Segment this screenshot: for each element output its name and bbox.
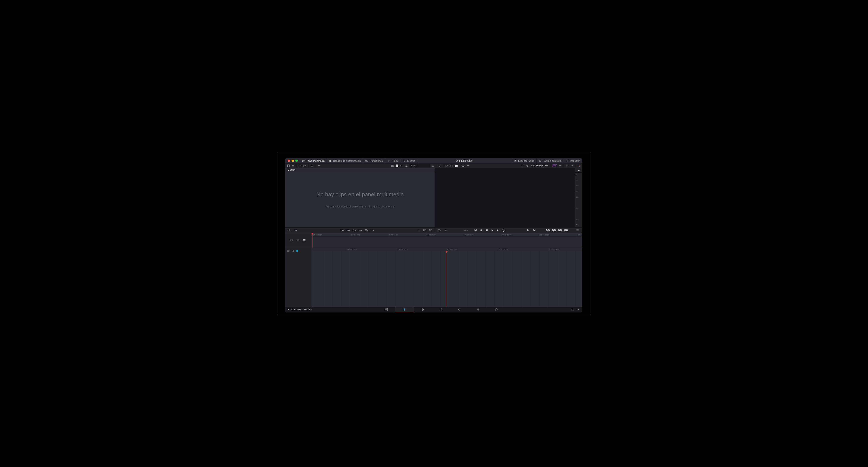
viewer-canvas[interactable]: [435, 168, 575, 227]
page-tab-fairlight[interactable]: [469, 307, 487, 312]
fit-to-fill-icon[interactable]: [358, 228, 363, 232]
window-zoom-button[interactable]: [296, 160, 298, 162]
svg-point-57: [446, 230, 446, 230]
resolution-badge[interactable]: REV: [553, 164, 557, 167]
strip-view-icon[interactable]: [400, 164, 404, 168]
svg-rect-75: [386, 310, 387, 310]
window-close-button[interactable]: [288, 160, 290, 162]
tools-stabilize-icon[interactable]: [428, 228, 433, 232]
color-wheel-icon[interactable]: [577, 164, 581, 168]
import-folder-icon[interactable]: [303, 164, 307, 168]
tab-media-pool[interactable]: Panel multimedia: [300, 158, 327, 163]
lock-playhead-icon[interactable]: [287, 250, 290, 252]
single-viewer-icon[interactable]: [450, 164, 454, 168]
inspector-button[interactable]: Inspector: [564, 158, 582, 163]
tab-sync-bin[interactable]: Bandeja de sincronización: [327, 158, 363, 163]
source-overwrite-icon[interactable]: [370, 228, 375, 232]
tab-transitions[interactable]: Transiciones: [363, 158, 385, 163]
tab-titles[interactable]: Títulos: [385, 158, 401, 163]
svg-point-78: [422, 309, 423, 309]
viewer-timecode[interactable]: 00:00:00:00: [530, 164, 549, 167]
tab-label: Panel multimedia: [307, 160, 324, 162]
track-video-icon[interactable]: [289, 238, 294, 243]
prev-marker-icon[interactable]: [532, 228, 537, 232]
timeline-overview-body[interactable]: 01:00:00:0001:00:10:0001:00:20:0001:00:3…: [311, 233, 582, 248]
svg-rect-32: [457, 165, 458, 166]
insert-clip-icon[interactable]: [340, 228, 345, 232]
tab-effects[interactable]: Efectos: [401, 158, 417, 163]
sort-icon[interactable]: [431, 164, 435, 168]
ruler-mark: 00:59:58:00: [398, 248, 408, 251]
svg-rect-31: [455, 165, 456, 166]
page-tab-fusion[interactable]: [432, 307, 451, 312]
svg-rect-7: [331, 160, 331, 160]
refresh-icon[interactable]: [438, 164, 442, 168]
step-back-icon[interactable]: [478, 228, 484, 232]
fullscreen-button[interactable]: Pantalla completa: [536, 158, 563, 163]
record-icon[interactable]: [525, 164, 529, 168]
svg-point-82: [458, 309, 461, 311]
search-input[interactable]: [409, 164, 430, 167]
razor-icon[interactable]: [292, 250, 295, 252]
page-tab-media[interactable]: [377, 307, 395, 312]
safe-area-icon[interactable]: [445, 164, 449, 168]
timeline-options-icon[interactable]: [443, 228, 448, 232]
chevron-down-icon[interactable]: [558, 164, 562, 168]
play-icon[interactable]: [490, 228, 495, 232]
jump-end-icon[interactable]: [495, 228, 500, 232]
chevron-down-icon[interactable]: [466, 164, 470, 168]
svg-point-58: [445, 230, 445, 231]
bypass-fx-icon[interactable]: [565, 164, 569, 168]
tab-label: Títulos: [392, 160, 399, 162]
chevron-down-icon[interactable]: [569, 164, 574, 168]
replace-clip-icon[interactable]: [351, 228, 357, 232]
thumbnail-view-icon[interactable]: [395, 164, 399, 168]
app-version-label: DaVinci Resolve 18.6: [287, 308, 312, 311]
svg-rect-40: [294, 230, 296, 231]
zoom-fit-icon[interactable]: [461, 164, 465, 168]
svg-rect-73: [386, 309, 387, 309]
dual-viewer-icon[interactable]: [454, 164, 458, 168]
transport-timecode[interactable]: 00:00:00:00: [546, 228, 568, 232]
sync-clips-icon[interactable]: [310, 164, 314, 168]
tools-picture-icon[interactable]: [422, 228, 427, 232]
bin-list-toggle-icon[interactable]: [286, 164, 290, 168]
list-view-icon[interactable]: [404, 164, 409, 168]
jump-start-icon[interactable]: [473, 228, 478, 232]
speaker-icon[interactable]: [575, 168, 582, 173]
smart-insert-icon[interactable]: [287, 228, 292, 232]
settings-icon[interactable]: [577, 308, 580, 311]
svg-rect-49: [366, 229, 367, 230]
page-tab-deliver[interactable]: [487, 307, 505, 312]
track-audio-icon[interactable]: [296, 238, 301, 243]
bin-path[interactable]: Master: [285, 168, 435, 172]
home-icon[interactable]: [571, 308, 574, 311]
link-icon[interactable]: [317, 164, 321, 168]
marker-icon[interactable]: [297, 250, 298, 252]
tools-dissolve-icon[interactable]: [416, 228, 421, 232]
quick-export-button[interactable]: Exportar rápido: [512, 158, 536, 163]
next-marker-icon[interactable]: [525, 228, 531, 232]
metadata-view-icon[interactable]: [390, 164, 395, 168]
media-pool-body[interactable]: No hay clips en el panel multimedia Agre…: [285, 172, 435, 227]
overwrite-clip-icon[interactable]: [346, 228, 351, 232]
loop-icon[interactable]: [501, 228, 506, 232]
timeline-menu-icon[interactable]: [575, 228, 580, 232]
svg-rect-41: [296, 230, 297, 231]
svg-rect-63: [303, 240, 305, 240]
page-tab-edit[interactable]: [414, 307, 432, 312]
append-icon[interactable]: [293, 228, 298, 232]
edit-index-nav[interactable]: ‹●›: [464, 229, 468, 231]
timeline-detail-body[interactable]: 00:59:56:0000:59:58:0001:00:00:0001:00:0…: [311, 248, 582, 307]
window-minimize-button[interactable]: [291, 160, 294, 162]
chevron-down-icon[interactable]: [291, 164, 295, 168]
main-area: Master No hay clips en el panel multimed…: [285, 168, 582, 227]
import-media-icon[interactable]: [298, 164, 302, 168]
track-both-icon[interactable]: [302, 238, 307, 243]
page-tab-cut[interactable]: [395, 307, 414, 312]
place-on-top-icon[interactable]: [364, 228, 369, 232]
timeline-selector[interactable]: [471, 164, 524, 167]
stop-icon[interactable]: [484, 228, 489, 232]
fast-review-icon[interactable]: [437, 228, 442, 232]
page-tab-color[interactable]: [451, 307, 469, 312]
